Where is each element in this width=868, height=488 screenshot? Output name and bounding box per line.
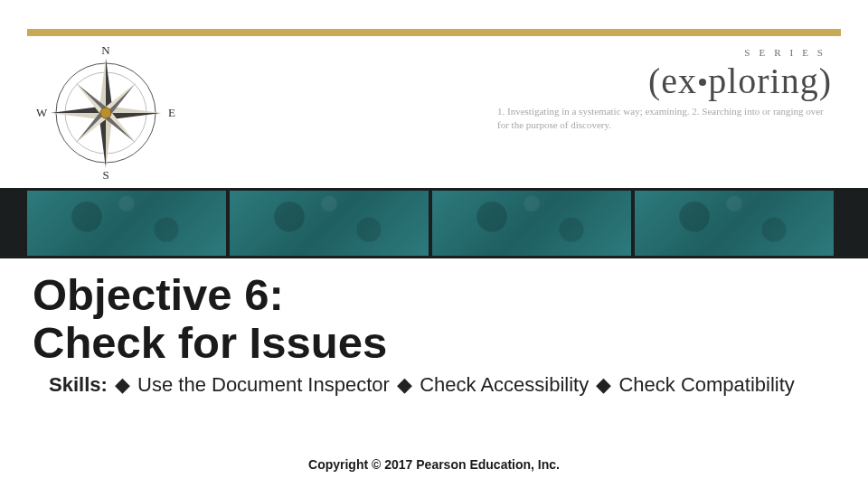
skills-label: Skills: [49,373,108,396]
teal-tile [27,191,226,256]
diamond-icon: ◆ [115,372,130,399]
skill-item-1: Use the Document Inspector [137,373,390,396]
compass-w: W [36,106,47,120]
svg-point-20 [100,108,111,118]
brand-definition: 1. Investigating in a systematic way; ex… [497,105,832,132]
skill-item-3: Check Compatibility [618,373,794,396]
objective-title: Objective 6: Check for Issues [33,271,835,367]
teal-tile [230,191,429,256]
brand-dot-icon [699,79,706,86]
compass-n: N [101,43,109,58]
objective-line2: Check for Issues [33,318,387,367]
copyright: Copyright © 2017 Pearson Education, Inc. [0,457,868,472]
skill-item-2: Check Accessibility [420,373,589,396]
brand-series: SERIES [497,47,832,58]
diamond-icon: ◆ [397,372,412,399]
teal-tile [432,191,631,256]
brand-title-close: ploring) [708,61,832,101]
brand-title-open: (ex [648,61,697,101]
header-row: N E S W SERIES (exploring) 1. Investigat… [27,43,841,188]
gold-rule [27,29,841,36]
compass-icon [38,45,174,181]
brand-title: (exploring) [497,63,832,99]
compass-rose: N E S W [38,45,174,181]
skills-line: Skills: ◆ Use the Document Inspector ◆ C… [33,372,835,399]
brand-block: SERIES (exploring) 1. Investigating in a… [497,47,832,132]
compass-e: E [168,106,175,120]
teal-band [0,188,868,258]
compass-s: S [102,168,108,183]
content-block: Objective 6: Check for Issues Skills: ◆ … [33,271,835,398]
diamond-icon: ◆ [596,372,611,399]
teal-tile [635,191,834,256]
objective-line1: Objective 6: [33,270,284,319]
